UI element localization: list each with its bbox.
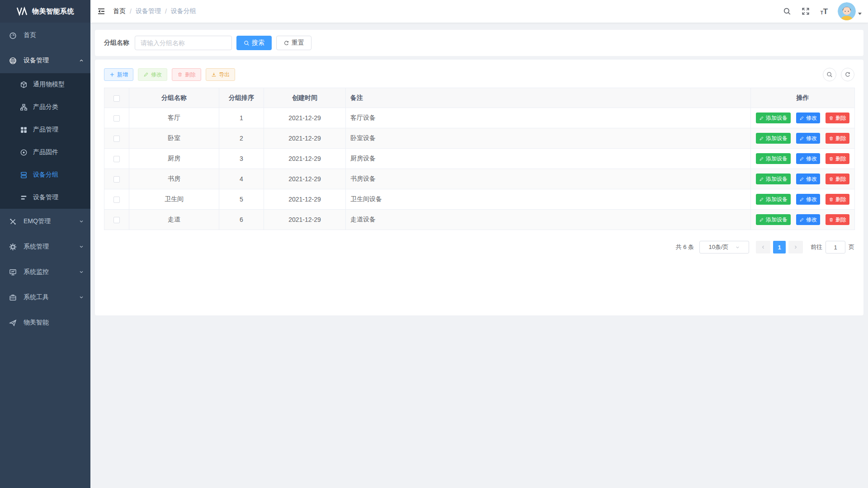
cell-created-time: 2021-12-29	[264, 210, 346, 230]
paper-plane-icon	[9, 319, 17, 327]
avatar	[838, 2, 856, 20]
delete-button[interactable]: 删除	[172, 68, 201, 81]
breadcrumb-separator: /	[165, 8, 167, 15]
edit-row-button[interactable]: 修改	[796, 153, 820, 164]
delete-row-button[interactable]: 删除	[826, 113, 849, 123]
search-icon[interactable]	[779, 0, 795, 23]
sidebar-item-system-tools[interactable]: 系统工具	[0, 285, 90, 310]
edit-row-button[interactable]: 修改	[796, 214, 820, 225]
delete-row-button[interactable]: 删除	[826, 174, 849, 184]
page-jumper: 前往 页	[811, 241, 854, 253]
sidebar-item-home[interactable]: 首页	[0, 23, 90, 48]
sidebar-item-product-firmware[interactable]: 产品固件	[0, 141, 90, 164]
edit-row-button[interactable]: 修改	[796, 113, 820, 123]
search-icon	[244, 40, 250, 46]
refresh-table-button[interactable]	[841, 68, 854, 81]
chevron-down-icon	[79, 295, 84, 300]
row-checkbox[interactable]	[113, 156, 120, 162]
next-page-button[interactable]	[788, 241, 803, 253]
header-created-time: 创建时间	[264, 88, 346, 108]
cell-group-name: 卧室	[129, 128, 219, 149]
user-menu[interactable]	[838, 2, 862, 20]
sidebar-item-device-group[interactable]: 设备分组	[0, 164, 90, 186]
row-checkbox[interactable]	[113, 197, 120, 203]
add-device-button[interactable]: 添加设备	[756, 174, 791, 184]
chevron-up-icon	[79, 58, 84, 63]
pen-icon	[799, 197, 804, 202]
table-header-row: 分组名称 分组排序 创建时间 备注 操作	[104, 88, 855, 108]
pen-icon	[799, 156, 804, 161]
select-all-checkbox[interactable]	[113, 95, 120, 102]
category-tree-icon	[20, 103, 28, 111]
toggle-search-button[interactable]	[823, 68, 836, 81]
add-device-button[interactable]: 添加设备	[756, 194, 791, 205]
sidebar-item-device-management[interactable]: 设备管理	[0, 48, 90, 73]
breadcrumb-device-management: 设备管理	[136, 7, 161, 15]
sidebar-item-thing-model[interactable]: 通用物模型	[0, 73, 90, 96]
page-size-select[interactable]: 10条/页	[699, 241, 749, 253]
delete-row-button[interactable]: 删除	[826, 214, 849, 225]
cube-icon	[20, 81, 28, 89]
sidebar-item-product-category[interactable]: 产品分类	[0, 96, 90, 118]
edit-row-button[interactable]: 修改	[796, 133, 820, 144]
cell-group-order: 6	[219, 210, 264, 230]
cell-group-name: 客厅	[129, 108, 219, 128]
cell-group-order: 5	[219, 189, 264, 210]
sidebar-item-system-management[interactable]: 系统管理	[0, 234, 90, 259]
sidebar-item-system-monitor[interactable]: 系统监控	[0, 259, 90, 285]
refresh-icon	[283, 40, 289, 46]
group-name-input[interactable]	[135, 36, 232, 50]
breadcrumb: 首页 / 设备管理 / 设备分组	[113, 7, 196, 15]
cell-group-order: 3	[219, 149, 264, 169]
pen-icon	[799, 217, 804, 222]
add-device-button[interactable]: 添加设备	[756, 214, 791, 225]
breadcrumb-device-group: 设备分组	[171, 7, 196, 15]
trash-icon	[829, 136, 834, 141]
sidebar-item-emq[interactable]: EMQ管理	[0, 209, 90, 234]
row-checkbox[interactable]	[113, 136, 120, 142]
sidebar-item-wumei[interactable]: 物美智能	[0, 310, 90, 335]
cell-group-order: 2	[219, 128, 264, 149]
delete-row-button[interactable]: 删除	[826, 133, 849, 144]
add-device-button[interactable]: 添加设备	[756, 153, 791, 164]
sidebar-toggle-button[interactable]	[90, 0, 112, 23]
page-number-1[interactable]: 1	[773, 241, 786, 253]
cell-created-time: 2021-12-29	[264, 149, 346, 169]
font-size-icon[interactable]: TT	[816, 0, 832, 23]
pen-icon	[799, 116, 804, 121]
edit-button[interactable]: 修改	[138, 68, 167, 81]
emq-icon	[9, 218, 17, 225]
edit-row-button[interactable]: 修改	[796, 174, 820, 184]
row-checkbox[interactable]	[113, 115, 120, 122]
pen-icon	[759, 197, 764, 202]
chevron-down-icon	[79, 269, 84, 275]
app-logo[interactable]: 物美智能系统	[0, 0, 90, 23]
delete-row-button[interactable]: 删除	[826, 194, 849, 205]
breadcrumb-home[interactable]: 首页	[113, 7, 126, 15]
prev-page-button[interactable]	[756, 241, 770, 253]
export-button[interactable]: 导出	[206, 68, 235, 81]
goto-label: 前往	[811, 243, 822, 251]
fullscreen-icon[interactable]	[798, 0, 813, 23]
add-device-button[interactable]: 添加设备	[756, 133, 791, 144]
sidebar-item-product-management[interactable]: 产品管理	[0, 118, 90, 141]
delete-row-button[interactable]: 删除	[826, 153, 849, 164]
sidebar: 物美智能系统 首页 设备管理 通用物模型 产品分类 产品管理 产品固件 设备分组	[0, 0, 90, 488]
sidebar-item-device-list[interactable]: 设备管理	[0, 186, 90, 209]
total-count: 共 6 条	[676, 243, 694, 251]
row-checkbox[interactable]	[113, 176, 120, 183]
add-device-button[interactable]: 添加设备	[756, 113, 791, 123]
cell-created-time: 2021-12-29	[264, 108, 346, 128]
add-button[interactable]: 新增	[104, 68, 133, 81]
cell-remark: 客厅设备	[346, 108, 751, 128]
search-button[interactable]: 搜索	[236, 36, 272, 50]
toolbox-icon	[9, 294, 17, 301]
edit-row-button[interactable]: 修改	[796, 194, 820, 205]
pen-icon	[759, 156, 764, 161]
device-list-icon	[20, 194, 28, 202]
reset-button[interactable]: 重置	[276, 36, 311, 50]
row-checkbox[interactable]	[113, 217, 120, 223]
header-group-order: 分组排序	[219, 88, 264, 108]
fold-menu-icon	[97, 7, 105, 15]
goto-page-input[interactable]	[826, 241, 845, 253]
